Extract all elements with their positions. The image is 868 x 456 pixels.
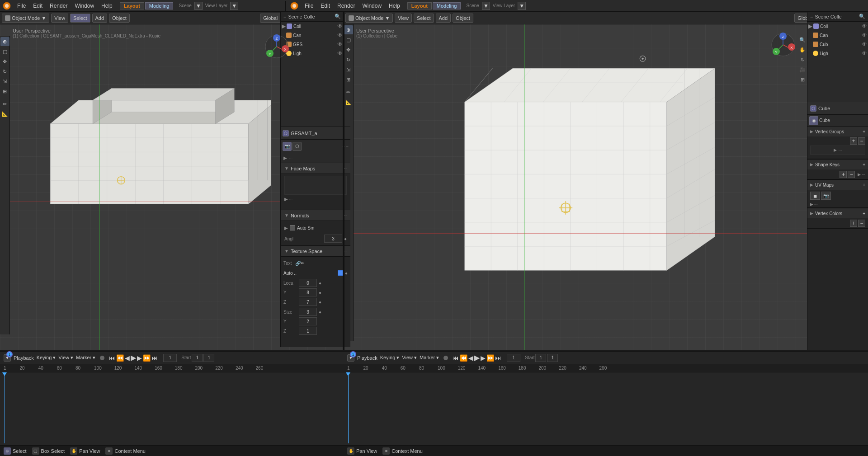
prop-tab-output[interactable]: ⬡ <box>292 142 302 151</box>
pan-tool-right[interactable]: ✋ <box>798 45 807 54</box>
select-menu-left[interactable]: Select <box>70 14 90 23</box>
vc-add[interactable]: + <box>863 211 865 216</box>
goto-start-left[interactable]: ⏮ <box>109 354 115 362</box>
angle-field[interactable]: 3 <box>324 235 342 243</box>
move-tool-right[interactable]: ✥ <box>344 45 353 54</box>
right-prop-tab-active[interactable]: ◉ <box>809 116 818 125</box>
goto-start-right[interactable]: ⏮ <box>453 354 459 362</box>
frame-end-right[interactable]: 1 <box>547 354 558 362</box>
workspace-tab-modeling-left[interactable]: Modeling <box>145 2 174 9</box>
uv-play[interactable]: ▶ <box>810 202 813 207</box>
eye-cub-right[interactable]: 👁 <box>862 41 867 47</box>
menu-help-left[interactable]: Help <box>98 2 116 10</box>
zoom-in-right[interactable]: 🔍 <box>798 35 807 44</box>
marker-menu-left[interactable]: Marker ▾ <box>76 355 95 361</box>
loc-x-field[interactable]: 0 <box>299 279 317 287</box>
vertex-groups-header[interactable]: ▶ Vertex Groups + <box>807 127 868 136</box>
blender-logo-right[interactable] <box>289 1 299 11</box>
view-layer-dropdown-left[interactable]: ▼ <box>230 2 238 10</box>
cursor-tool-right[interactable]: ⊕ <box>344 25 353 34</box>
select-menu-right[interactable]: Select <box>414 14 434 23</box>
outliner-item-can-right[interactable]: Can 👁 <box>812 31 868 40</box>
object-menu-left[interactable]: Object <box>109 14 130 23</box>
blender-logo-left[interactable] <box>2 1 12 11</box>
transform-tool-left[interactable]: ⊞ <box>0 87 9 96</box>
size-z-field[interactable]: 1 <box>299 327 317 335</box>
add-menu-right[interactable]: Add <box>436 14 451 23</box>
measure-tool-left[interactable]: 📐 <box>0 109 9 118</box>
rotate-tool-right[interactable]: ↻ <box>344 55 353 64</box>
loc-y-field[interactable]: 8 <box>299 288 317 296</box>
annotate-tool-left[interactable]: ✏ <box>0 99 9 108</box>
render-view-right[interactable]: ⊞ <box>798 75 807 84</box>
uv-icon-btn1[interactable]: ◼ <box>810 192 820 200</box>
orbit-tool-right[interactable]: ↻ <box>798 55 807 64</box>
outliner-item-light-left[interactable]: Ligh 👁 <box>285 49 344 58</box>
status-pan-view-right[interactable]: ✋ Pan View <box>347 447 377 455</box>
outliner-item-ges-left[interactable]: GES 👁 <box>285 40 344 49</box>
goto-end-left[interactable]: ⏭ <box>151 354 158 362</box>
eye-coll-left[interactable]: 👁 <box>337 23 343 29</box>
normals-header[interactable]: ▼ Normals ··· <box>281 210 350 221</box>
next-frame-left[interactable]: ▶ <box>137 354 142 362</box>
outliner-filter-right[interactable]: 🔍 <box>859 14 865 19</box>
menu-window-right[interactable]: Window <box>359 2 385 10</box>
face-maps-header[interactable]: ▼ Face Maps ··· <box>281 163 350 174</box>
prev-keyframe-right[interactable]: ⏪ <box>460 354 467 362</box>
vc-remove-btn[interactable]: − <box>858 220 865 227</box>
shape-keys-header[interactable]: ▶ Shape Keys + <box>807 160 868 169</box>
keying-menu-right[interactable]: Keying ▾ <box>380 355 400 361</box>
status-box-select-left[interactable]: ▢ Box Select <box>32 447 65 455</box>
vc-add-btn[interactable]: + <box>850 220 857 227</box>
scene-dropdown-left[interactable]: ▼ <box>194 2 203 10</box>
mode-selector-right[interactable]: Object Mode ▼ <box>345 14 393 23</box>
eye-can-right[interactable]: 👁 <box>862 32 867 38</box>
prev-keyframe-left[interactable]: ⏪ <box>116 354 124 362</box>
next-frame-right[interactable]: ▶ <box>481 354 486 362</box>
prop-remove-btn[interactable]: − <box>346 144 349 149</box>
size-y-field[interactable]: 2 <box>299 317 317 325</box>
eye-light-left[interactable]: 👁 <box>337 50 343 56</box>
frame-start-right[interactable]: 1 <box>535 354 546 362</box>
annotate-tool-right[interactable]: ✏ <box>344 88 353 97</box>
sk-add[interactable]: + <box>863 162 865 167</box>
scale-tool-right[interactable]: ⇲ <box>344 65 353 74</box>
menu-file-left[interactable]: File <box>14 2 29 10</box>
scale-tool-left[interactable]: ⇲ <box>0 77 9 86</box>
outliner-item-collection-left[interactable]: ▶ Coll 👁 <box>281 22 344 31</box>
scene-dropdown-right[interactable]: ▼ <box>482 2 490 10</box>
menu-edit-left[interactable]: Edit <box>29 2 46 10</box>
eye-can-left[interactable]: 👁 <box>337 32 343 38</box>
nav-gizmo-left[interactable]: Z X Y <box>264 34 289 59</box>
workspace-tab-modeling-right[interactable]: Modeling <box>433 2 461 9</box>
prop-tab-object[interactable]: ⬡ <box>283 130 289 136</box>
status-context-menu-right[interactable]: ≡ Context Menu <box>382 447 422 455</box>
uv-maps-header[interactable]: ▶ UV Maps + <box>807 180 868 190</box>
status-context-menu-left[interactable]: ≡ Context Menu <box>105 447 145 455</box>
vg-play[interactable]: ▶ <box>834 148 837 152</box>
next-keyframe-left[interactable]: ⏩ <box>143 354 151 362</box>
menu-edit-right[interactable]: Edit <box>317 2 334 10</box>
select-box-right[interactable]: ▢ <box>344 35 353 44</box>
vg-add[interactable]: + <box>863 129 865 134</box>
outliner-item-light-right[interactable]: Ligh 👁 <box>812 49 868 58</box>
status-pan-view-left[interactable]: ✋ Pan View <box>70 447 100 455</box>
right-prop-tab-icon[interactable]: ⬡ <box>810 105 816 112</box>
mode-selector-left[interactable]: Object Mode ▼ <box>2 14 49 23</box>
cursor-tool-left[interactable]: ⊕ <box>0 37 9 46</box>
vg-add-btn[interactable]: + <box>850 137 857 145</box>
view-menu-timeline-right[interactable]: View ▾ <box>402 355 417 361</box>
menu-window-left[interactable]: Window <box>71 2 98 10</box>
sk-remove-btn[interactable]: − <box>848 171 855 178</box>
menu-help-right[interactable]: Help <box>385 2 404 10</box>
uvm-add[interactable]: + <box>863 183 865 188</box>
next-keyframe-right[interactable]: ⏩ <box>486 354 494 362</box>
timeline-dot-left[interactable] <box>100 356 104 360</box>
marker-menu-right[interactable]: Marker ▾ <box>420 355 439 361</box>
workspace-tab-layout-left[interactable]: Layout <box>120 2 144 9</box>
timeline-dot-right[interactable] <box>443 356 448 360</box>
sk-play[interactable]: ▶ <box>858 172 861 177</box>
select-box-left[interactable]: ▢ <box>0 47 9 56</box>
current-frame-right[interactable]: 1 <box>507 354 520 362</box>
view-menu-right[interactable]: View <box>395 14 412 23</box>
